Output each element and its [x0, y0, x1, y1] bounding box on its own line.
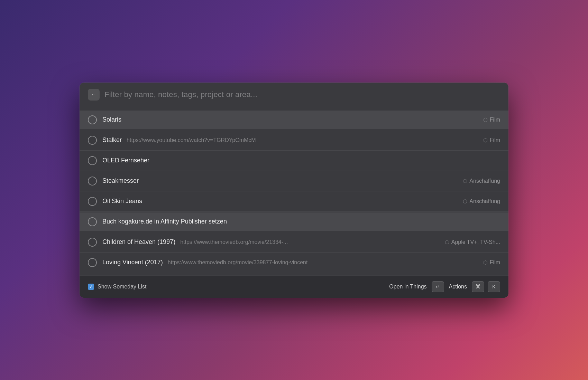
items-list: Solaris⬡FilmStalkerhttps://www.youtube.c… — [80, 107, 508, 275]
item-title: Oil Skin Jeans — [102, 198, 142, 205]
item-title: Solaris — [102, 116, 121, 123]
item-tag: ⬡Anschaffung — [463, 178, 500, 184]
footer-actions: Open in Things ↵ Actions ⌘ K — [388, 281, 500, 292]
item-checkbox[interactable] — [88, 238, 97, 247]
search-bar: ← — [80, 83, 508, 107]
item-checkbox[interactable] — [88, 177, 97, 186]
footer: ✓ Show Someday List Open in Things ↵ Act… — [80, 275, 508, 298]
list-divider — [80, 150, 508, 151]
item-content: Loving Vincent (2017)https://www.themovi… — [102, 259, 478, 266]
back-icon: ← — [91, 92, 97, 98]
tag-icon: ⬡ — [483, 137, 488, 143]
open-in-things-button[interactable]: Open in Things — [388, 282, 428, 292]
enter-key-icon: ↵ — [436, 284, 440, 289]
list-item[interactable]: Buch kogakure.de in Affinity Publisher s… — [80, 212, 508, 231]
item-checkbox[interactable] — [88, 115, 97, 124]
tag-label: Film — [490, 259, 500, 266]
tag-label: Anschaffung — [469, 178, 500, 184]
tag-label: Anschaffung — [469, 198, 500, 205]
item-tag: ⬡Film — [483, 137, 500, 143]
tag-icon: ⬡ — [483, 259, 488, 266]
checkbox-check-icon: ✓ — [89, 284, 93, 289]
item-checkbox[interactable] — [88, 197, 97, 206]
show-someday-checkbox[interactable]: ✓ — [88, 284, 94, 290]
cmd-key-badge: ⌘ — [472, 281, 484, 292]
item-content: Oil Skin Jeans — [102, 198, 457, 205]
tag-icon: ⬡ — [445, 239, 449, 245]
list-divider — [80, 232, 508, 232]
list-item[interactable]: Children of Heaven (1997)https://www.the… — [80, 233, 508, 251]
item-title: Buch kogakure.de in Affinity Publisher s… — [102, 218, 227, 225]
list-item[interactable]: Loving Vincent (2017)https://www.themovi… — [80, 253, 508, 272]
item-checkbox[interactable] — [88, 156, 97, 165]
list-item[interactable]: Oil Skin Jeans⬡Anschaffung — [80, 192, 508, 211]
item-content: Stalkerhttps://www.youtube.com/watch?v=T… — [102, 136, 478, 144]
back-button[interactable]: ← — [88, 89, 100, 101]
item-content: Buch kogakure.de in Affinity Publisher s… — [102, 218, 500, 225]
list-item[interactable]: Steakmesser⬡Anschaffung — [80, 172, 508, 190]
search-input[interactable] — [104, 90, 500, 99]
k-key-label: K — [492, 284, 495, 289]
item-title: Stalker — [102, 136, 122, 144]
item-url: https://www.themoviedb.org/movie/21334-.… — [180, 239, 288, 245]
tag-icon: ⬡ — [463, 198, 467, 205]
item-content: Solaris — [102, 116, 478, 123]
item-content: Children of Heaven (1997)https://www.the… — [102, 238, 439, 246]
item-checkbox[interactable] — [88, 258, 97, 267]
list-item[interactable]: Stalkerhttps://www.youtube.com/watch?v=T… — [80, 131, 508, 150]
list-item[interactable]: OLED Fernseher — [80, 151, 508, 170]
item-title: Loving Vincent (2017) — [102, 259, 163, 266]
list-divider — [80, 171, 508, 171]
cmd-key-icon: ⌘ — [475, 283, 481, 290]
item-url: https://www.themoviedb.org/movie/339877-… — [168, 259, 308, 266]
tag-label: Apple TV+, TV-Sh... — [451, 239, 500, 245]
tag-label: Film — [490, 137, 500, 143]
main-dialog: ← Solaris⬡FilmStalkerhttps://www.youtube… — [80, 83, 508, 298]
list-divider — [80, 191, 508, 191]
list-item[interactable]: Solaris⬡Film — [80, 111, 508, 129]
show-someday-container: ✓ Show Someday List — [88, 284, 382, 290]
item-checkbox[interactable] — [88, 136, 97, 145]
item-title: OLED Fernseher — [102, 157, 149, 164]
item-url: https://www.youtube.com/watch?v=TGRDYpCm… — [127, 137, 256, 143]
show-someday-label: Show Someday List — [98, 284, 146, 290]
list-divider — [80, 211, 508, 212]
actions-button[interactable]: Actions — [448, 282, 468, 292]
item-title: Children of Heaven (1997) — [102, 238, 175, 246]
item-title: Steakmesser — [102, 177, 139, 184]
list-divider — [80, 130, 508, 130]
tag-label: Film — [490, 117, 500, 123]
item-content: OLED Fernseher — [102, 157, 500, 164]
item-tag: ⬡Film — [483, 117, 500, 123]
item-tag: ⬡Film — [483, 259, 500, 266]
item-tag: ⬡Apple TV+, TV-Sh... — [445, 239, 500, 245]
tag-icon: ⬡ — [463, 178, 467, 184]
enter-key-button: ↵ — [432, 281, 444, 292]
k-key-badge: K — [488, 281, 500, 292]
item-tag: ⬡Anschaffung — [463, 198, 500, 205]
list-divider — [80, 252, 508, 253]
tag-icon: ⬡ — [483, 117, 488, 123]
item-checkbox[interactable] — [88, 217, 97, 226]
item-content: Steakmesser — [102, 177, 457, 184]
